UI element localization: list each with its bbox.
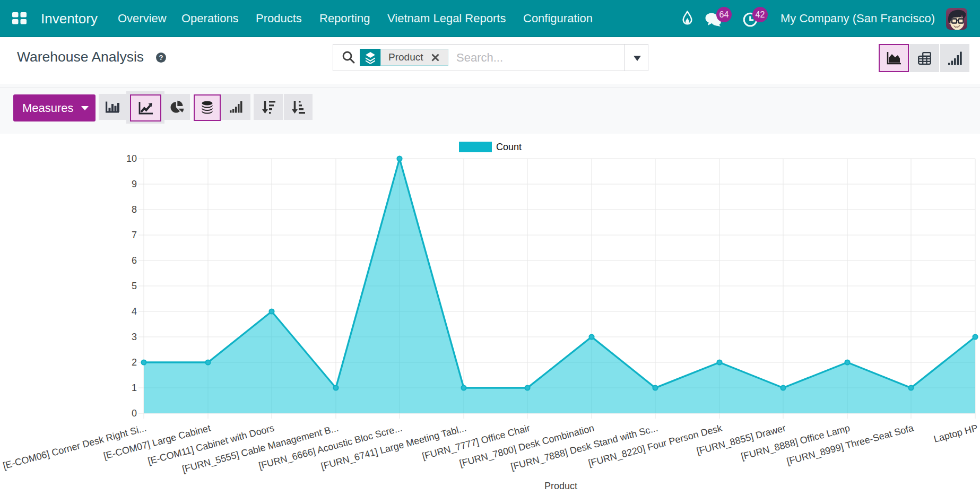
svg-text:8: 8 — [132, 204, 137, 215]
svg-text:5: 5 — [132, 281, 137, 291]
svg-text:3: 3 — [132, 332, 137, 342]
svg-text:4: 4 — [132, 306, 137, 317]
svg-text:Count: Count — [496, 142, 522, 152]
svg-text:9: 9 — [132, 179, 137, 189]
svg-text:Laptop HP: Laptop HP — [933, 423, 979, 445]
svg-text:Product: Product — [544, 481, 577, 491]
svg-text:7: 7 — [132, 230, 137, 240]
svg-text:10: 10 — [126, 153, 137, 164]
svg-text:2: 2 — [132, 357, 137, 368]
svg-text:6: 6 — [132, 255, 137, 266]
svg-text:1: 1 — [132, 383, 137, 393]
svg-text:0: 0 — [132, 408, 137, 419]
